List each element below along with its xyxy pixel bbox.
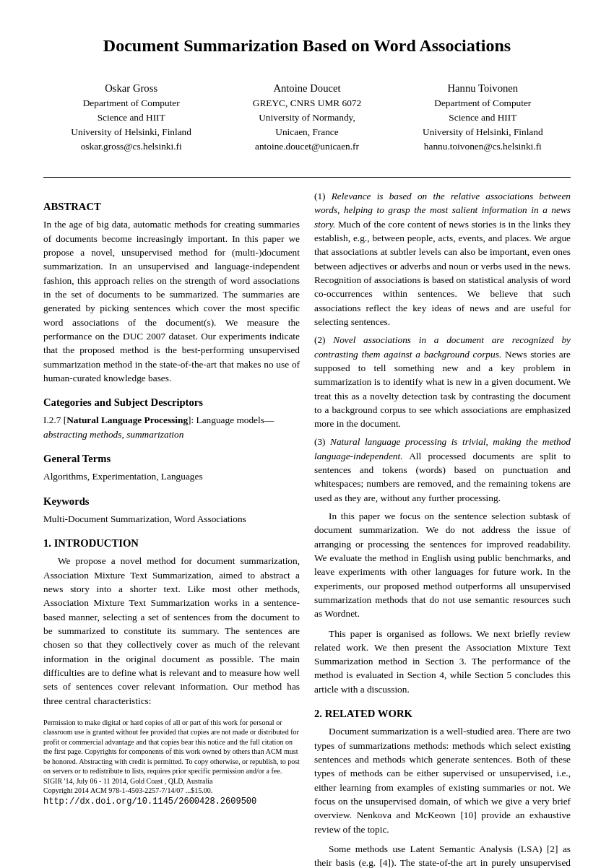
abstract-heading: ABSTRACT [43,199,300,214]
author-2-name: Antoine Doucet [219,80,394,96]
general-terms-text: Algorithms, Experimentation, Languages [43,469,300,483]
right-item-2: (2) Novel associations in a document are… [314,333,571,430]
categories-heading: Categories and Subject Descriptors [43,395,300,410]
author-3-aff3: University of Helsinki, Finland [395,125,571,139]
section-divider [43,177,571,178]
item3-num: (3) [314,436,330,447]
author-3: Hannu Toivonen Department of Computer Sc… [395,80,571,154]
item2-num: (2) [314,334,333,345]
related-work-text2: Some methods use Latent Semantic Analysi… [314,842,571,868]
permission-conference: SIGIR '14, July 06 - 11 2014, Gold Coast… [43,776,300,786]
related-work-heading: 2. RELATED WORK [314,706,571,721]
left-column: ABSTRACT In the age of big data, automat… [43,189,300,868]
permission-doi: http://dx.doi.org/10.1145/2600428.260950… [43,796,300,807]
general-terms-heading: General Terms [43,451,300,466]
author-3-aff2: Science and HIIT [395,110,571,125]
item1-num: (1) [314,191,332,201]
author-1-name: Oskar Gross [43,80,219,96]
author-3-name: Hannu Toivonen [395,80,571,96]
intro-heading: 1. INTRODUCTION [43,536,300,551]
author-3-email: hannu.toivonen@cs.helsinki.fi [395,139,571,154]
keywords-heading: Keywords [43,494,300,509]
author-2-aff2: University of Normandy, [219,110,394,125]
keywords-text: Multi-Document Summarization, Word Assoc… [43,512,300,526]
permission-text: Permission to make digital or hard copie… [43,718,300,776]
permission-block: Permission to make digital or hard copie… [43,718,300,807]
main-content: ABSTRACT In the age of big data, automat… [43,189,571,868]
intro-text: We propose a novel method for document s… [43,554,300,707]
author-1: Oskar Gross Department of Computer Scien… [43,80,219,154]
item3-intro: Natural language processing is trivial, … [314,436,571,461]
author-2-aff3: Unicaen, France [219,125,394,139]
item1-intro: Relevance is based on the relative assoc… [314,191,571,230]
author-1-email: oskar.gross@cs.helsinki.fi [43,139,219,154]
author-1-aff2: Science and HIIT [43,110,219,125]
permission-copyright: Copyright 2014 ACM 978-1-4503-2257-7/14/… [43,786,300,796]
authors-section: Oskar Gross Department of Computer Scien… [43,80,571,154]
right-para-2: This paper is organised as follows. We n… [314,627,571,697]
page-title: Document Summarization Based on Word Ass… [43,35,571,57]
right-para-1: In this paper we focus on the sentence s… [314,509,571,621]
right-column: (1) Relevance is based on the relative a… [314,189,571,868]
related-work-text1: Document summarization is a well-studied… [314,724,571,836]
author-1-aff3: University of Helsinki, Finland [43,125,219,139]
abstract-text: In the age of big data, automatic method… [43,217,300,385]
categories-text: I.2.7 [Natural Language Processing]: Lan… [43,413,300,441]
right-item-3: (3) Natural language processing is trivi… [314,435,571,505]
author-2: Antoine Doucet GREYC, CNRS UMR 6072 Univ… [219,80,394,154]
author-1-aff1: Department of Computer [43,96,219,110]
item2-intro: Novel associations in a document are rec… [314,334,571,359]
author-2-email: antoine.doucet@unicaen.fr [219,139,394,154]
author-3-aff1: Department of Computer [395,96,571,110]
right-item-1: (1) Relevance is based on the relative a… [314,189,571,329]
author-2-aff1: GREYC, CNRS UMR 6072 [219,96,394,110]
